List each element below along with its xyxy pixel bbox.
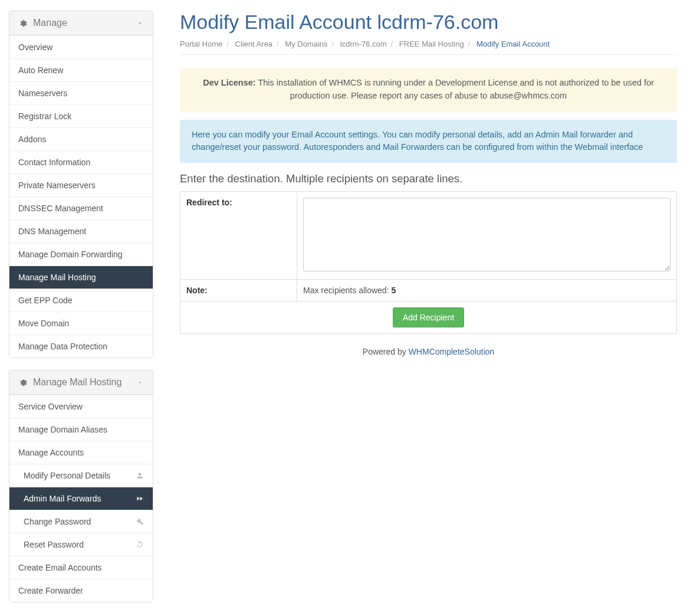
panel-title-mail-hosting: Manage Mail Hosting bbox=[33, 377, 121, 388]
redirect-label: Redirect to: bbox=[180, 192, 297, 280]
note-label: Note: bbox=[180, 280, 297, 302]
alert-dev-license-text: This installation of WHMCS is running un… bbox=[256, 78, 654, 100]
sidebar-item-reset-password[interactable]: Reset Password bbox=[9, 533, 153, 556]
form-table: Redirect to: Note: Max recipients allowe… bbox=[180, 191, 677, 334]
sidebar-item-overview[interactable]: Overview bbox=[9, 35, 153, 58]
sidebar-item-auto-renew[interactable]: Auto Renew bbox=[9, 58, 153, 81]
breadcrumb-free-mail-hosting[interactable]: FREE Mail Hosting bbox=[399, 40, 464, 48]
alert-dev-license: Dev License: This installation of WHMCS … bbox=[180, 68, 677, 112]
sidebar-item-manage-data-protection[interactable]: Manage Data Protection bbox=[9, 335, 153, 358]
main-content: Modify Email Account lcdrm-76.com Portal… bbox=[162, 0, 690, 614]
sidebar-item-manage-domain-forwarding[interactable]: Manage Domain Forwarding bbox=[9, 243, 153, 266]
sidebar-item-registrar-lock[interactable]: Registrar Lock bbox=[9, 104, 153, 127]
chevron-up-icon bbox=[136, 378, 144, 386]
breadcrumb-domain[interactable]: lcdrm-76.com bbox=[340, 40, 387, 48]
breadcrumb-client-area[interactable]: Client Area bbox=[235, 40, 273, 48]
sidebar-item-dns-management[interactable]: DNS Management bbox=[9, 219, 153, 243]
sidebar-item-modify-personal-details[interactable]: Modify Personal Details bbox=[9, 464, 153, 487]
cog-icon bbox=[18, 378, 27, 387]
sidebar-item-manage-accounts[interactable]: Manage Accounts bbox=[9, 441, 153, 464]
wrench-icon bbox=[136, 517, 144, 526]
powered-by-link[interactable]: WHMCompleteSolution bbox=[409, 347, 495, 356]
sidebar-item-private-nameservers[interactable]: Private Nameservers bbox=[9, 173, 153, 196]
note-value: Max recipients allowed: 5 bbox=[297, 280, 677, 302]
alert-info: Here you can modify your Email Account s… bbox=[180, 120, 677, 163]
panel-title-manage: Manage bbox=[33, 18, 67, 28]
page-title: Modify Email Account lcdrm-76.com bbox=[180, 11, 677, 34]
sidebar-item-contact-information[interactable]: Contact Information bbox=[9, 150, 153, 173]
alert-dev-license-bold: Dev License: bbox=[203, 78, 255, 87]
sidebar-item-admin-mail-forwards[interactable]: Admin Mail Forwards bbox=[9, 487, 153, 510]
section-label: Enter the destination. Multiple recipien… bbox=[180, 172, 677, 185]
sidebar-item-get-epp-code[interactable]: Get EPP Code bbox=[9, 289, 153, 312]
panel-mail-hosting: Manage Mail Hosting Service Overview Man… bbox=[9, 370, 153, 602]
breadcrumb: Portal Home/ Client Area/ My Domains/ lc… bbox=[180, 40, 677, 55]
sidebar-item-create-email-accounts[interactable]: Create Email Accounts bbox=[9, 556, 153, 579]
sidebar-item-addons[interactable]: Addons bbox=[9, 127, 153, 150]
panel-header-manage[interactable]: Manage bbox=[9, 11, 153, 35]
sidebar-item-move-domain[interactable]: Move Domain bbox=[9, 312, 153, 335]
sidebar-item-service-overview[interactable]: Service Overview bbox=[9, 395, 153, 418]
sidebar-item-nameservers[interactable]: Nameservers bbox=[9, 81, 153, 104]
sidebar-item-dnssec-management[interactable]: DNSSEC Management bbox=[9, 196, 153, 219]
panel-manage: Manage Overview Auto Renew Nameservers R… bbox=[9, 11, 153, 358]
add-recipient-button[interactable]: Add Recipient bbox=[393, 307, 464, 327]
breadcrumb-current: Modify Email Account bbox=[477, 40, 550, 48]
sidebar-item-change-password[interactable]: Change Password bbox=[9, 510, 153, 533]
cog-icon bbox=[18, 19, 27, 28]
breadcrumb-portal-home[interactable]: Portal Home bbox=[180, 40, 222, 48]
user-icon bbox=[136, 471, 144, 480]
sidebar: Manage Overview Auto Renew Nameservers R… bbox=[0, 0, 162, 614]
powered-by: Powered by WHMCompleteSolution bbox=[180, 347, 677, 356]
breadcrumb-my-domains[interactable]: My Domains bbox=[285, 40, 327, 48]
chevron-up-icon bbox=[136, 19, 144, 27]
refresh-icon bbox=[136, 540, 144, 549]
forward-icon bbox=[136, 494, 144, 503]
panel-header-mail-hosting[interactable]: Manage Mail Hosting bbox=[9, 371, 153, 395]
redirect-input[interactable] bbox=[303, 198, 671, 271]
sidebar-item-manage-domain-aliases[interactable]: Manage Domain Aliases bbox=[9, 418, 153, 441]
sidebar-item-create-forwarder[interactable]: Create Forwarder bbox=[9, 579, 153, 602]
alert-info-text: Here you can modify your Email Account s… bbox=[192, 130, 643, 152]
sidebar-item-manage-mail-hosting[interactable]: Manage Mail Hosting bbox=[9, 266, 153, 289]
